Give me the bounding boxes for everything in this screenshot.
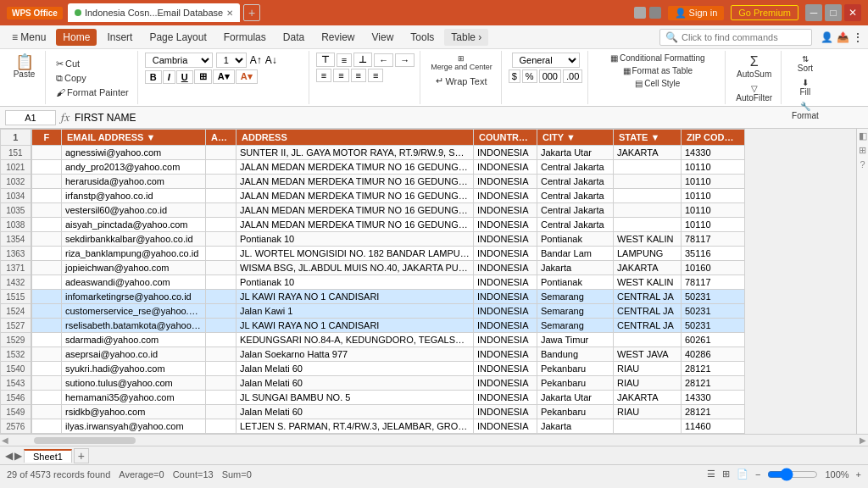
cell-country[interactable]: INDONESIA <box>474 304 537 319</box>
cell-country[interactable]: INDONESIA <box>474 218 537 232</box>
cell-state[interactable]: WEST KALIN <box>614 232 682 247</box>
cell-address[interactable]: WISMA BSG, JL.ABDUL MUIS NO.40, JAKARTA … <box>236 261 474 275</box>
cell-state[interactable] <box>614 175 682 189</box>
sheet-tab-sheet1[interactable]: Sheet1 <box>24 449 72 463</box>
cell-zip[interactable]: 10110 <box>682 189 745 203</box>
cell-state[interactable]: RIAU <box>614 405 682 419</box>
cell-address[interactable]: JL KAWI RAYA NO 1 CANDISARI <box>236 319 474 333</box>
table-row[interactable]: 1354 sekdirbankkalbar@yahoo.co.id Pontia… <box>1 232 745 247</box>
cell-city[interactable]: Semarang <box>537 304 614 319</box>
col-zipcode-header[interactable]: ZIP CODE ▼ <box>682 130 745 146</box>
table-row[interactable]: 1032 herarusida@yahoo.com JALAN MEDAN ME… <box>1 175 745 189</box>
cell-zip[interactable]: 10110 <box>682 203 745 218</box>
more-icon[interactable]: ⋮ <box>853 31 863 43</box>
table-row[interactable]: 1021 andy_pro2013@yahoo.com JALAN MEDAN … <box>1 160 745 175</box>
font-shrink-btn[interactable]: A↓ <box>265 54 277 66</box>
cell-alt[interactable] <box>206 232 236 247</box>
fill-btn[interactable]: ⬇ Fill <box>790 76 821 98</box>
cell-address[interactable]: JL. WORTEL MONGISIDI NO. 182 BANDAR LAMP… <box>236 247 474 261</box>
fill-color-btn[interactable]: A▾ <box>213 69 235 84</box>
cell-f[interactable] <box>31 203 62 218</box>
scrollbar-thumb[interactable] <box>34 437 136 444</box>
zoom-slider[interactable] <box>767 468 818 481</box>
cell-email[interactable]: vestersil60@yahoo.co.id <box>62 203 206 218</box>
cell-address[interactable]: Jalan Melati 60 <box>236 376 474 391</box>
copy-button[interactable]: ⧉ Copy <box>53 72 90 85</box>
wrap-text-btn[interactable]: ↵ Wrap Text <box>432 75 490 87</box>
cell-city[interactable]: Semarang <box>537 319 614 333</box>
cell-zip[interactable]: 10110 <box>682 175 745 189</box>
menu-data[interactable]: Data <box>276 29 311 46</box>
cell-country[interactable]: INDONESIA <box>474 319 537 333</box>
cell-f[interactable] <box>31 218 62 232</box>
cell-email[interactable]: syukri.hadi@yahoo.com <box>62 362 206 376</box>
cell-f[interactable] <box>31 419 62 434</box>
table-row[interactable]: 1549 rsidkb@yahoo.com Jalan Melati 60 IN… <box>1 405 745 419</box>
table-row[interactable]: 151 agnessiwi@yahoo.com SUNTER II, JL. G… <box>1 146 745 160</box>
user-icon[interactable]: 👤 <box>821 31 833 43</box>
scroll-sheets-left[interactable]: ◀ <box>5 450 13 462</box>
cell-alt[interactable] <box>206 391 236 405</box>
window-close-btn[interactable]: ✕ <box>844 4 861 21</box>
cell-address[interactable]: Pontianak 10 <box>236 232 474 247</box>
cell-country[interactable]: INDONESIA <box>474 405 537 419</box>
active-tab[interactable]: Indonesia Cosn...Email Database ✕ <box>68 3 240 22</box>
merge-center-btn[interactable]: ⊞ Merge and Center <box>427 53 496 73</box>
menu-home[interactable]: Home <box>56 29 97 46</box>
border-btn[interactable]: ⊞ <box>194 69 212 84</box>
italic-button[interactable]: I <box>163 70 175 84</box>
cell-alt[interactable] <box>206 261 236 275</box>
menu-insert[interactable]: Insert <box>100 29 139 46</box>
maximize-btn[interactable] <box>649 7 661 19</box>
cell-city[interactable]: Central Jakarta <box>537 160 614 175</box>
currency-btn[interactable]: $ <box>509 69 520 83</box>
cell-alt[interactable] <box>206 175 236 189</box>
cell-f[interactable] <box>31 376 62 391</box>
cell-alt[interactable] <box>206 419 236 434</box>
wps-logo[interactable]: WPS Office <box>7 7 63 19</box>
cell-email[interactable]: irfanstp@yahoo.co.id <box>62 189 206 203</box>
cell-city[interactable]: Pekanbaru <box>537 362 614 376</box>
cell-email[interactable]: jopieichwan@yahoo.com <box>62 261 206 275</box>
menu-table[interactable]: Table › <box>444 29 488 46</box>
cell-state[interactable]: CENTRAL JA <box>614 290 682 304</box>
cell-email[interactable]: aseprsai@yahoo.co.id <box>62 347 206 362</box>
table-row[interactable]: 1546 hemamani35@yahoo.com JL SUNGAI BAMB… <box>1 391 745 405</box>
cell-f[interactable] <box>31 160 62 175</box>
font-color-btn[interactable]: A▾ <box>236 69 258 84</box>
cell-state[interactable]: JAKARTA <box>614 261 682 275</box>
menu-view[interactable]: View <box>365 29 401 46</box>
table-row[interactable]: 1532 aseprsai@yahoo.co.id Jalan Soekarno… <box>1 347 745 362</box>
table-row[interactable]: 2592 sandi_zay@yahoo.com KAWASAN INDUSTR… <box>1 434 745 435</box>
window-minimize-btn[interactable]: ─ <box>805 4 822 21</box>
cell-alt[interactable] <box>206 146 236 160</box>
cell-country[interactable]: INDONESIA <box>474 160 537 175</box>
cell-country[interactable]: INDONESIA <box>474 275 537 290</box>
view-normal-btn[interactable]: ☰ <box>707 469 715 480</box>
cell-country[interactable]: INDONESIA <box>474 434 537 435</box>
align-top-btn[interactable]: ⊤ <box>316 53 335 67</box>
sort-btn[interactable]: ⇅ Sort <box>790 53 821 75</box>
window-restore-btn[interactable]: □ <box>825 4 842 21</box>
table-row[interactable]: 1035 vestersil60@yahoo.co.id JALAN MEDAN… <box>1 203 745 218</box>
cell-state[interactable] <box>614 203 682 218</box>
cell-alt[interactable] <box>206 275 236 290</box>
cell-email[interactable]: aisyah_pinctada@yahoo.com <box>62 218 206 232</box>
cell-f[interactable] <box>31 247 62 261</box>
premium-button[interactable]: Go Premium <box>731 5 798 20</box>
scroll-left-btn[interactable]: ◀ <box>2 435 8 445</box>
font-grow-btn[interactable]: A↑ <box>250 54 262 66</box>
view-layout-btn[interactable]: ⊞ <box>722 469 730 480</box>
cell-city[interactable]: Bandar Lam <box>537 247 614 261</box>
cell-city[interactable]: Jawa Timur <box>537 333 614 347</box>
paste-button[interactable]: 📋 Paste <box>9 53 40 80</box>
cell-zip[interactable]: 28121 <box>682 362 745 376</box>
cell-zip[interactable]: 35116 <box>682 247 745 261</box>
conditional-formatting-btn[interactable]: ▦ Conditional Formatting <box>607 53 709 64</box>
cell-state[interactable]: CENTRAL JA <box>614 304 682 319</box>
cell-alt[interactable] <box>206 218 236 232</box>
menu-page-layout[interactable]: Page Layout <box>142 29 213 46</box>
number-format-select[interactable]: General <box>512 53 580 68</box>
cell-alt[interactable] <box>206 319 236 333</box>
cell-alt[interactable] <box>206 376 236 391</box>
